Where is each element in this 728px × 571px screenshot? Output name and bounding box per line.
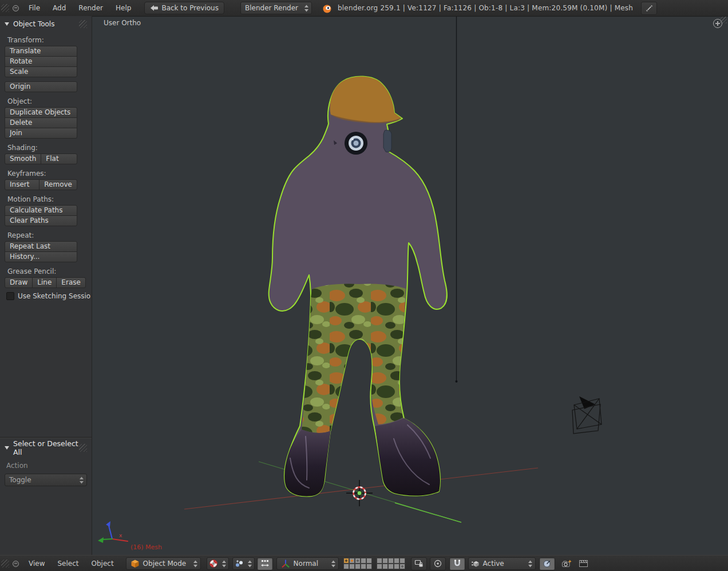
viewport-shading-select[interactable]	[207, 557, 229, 570]
rotate-button[interactable]: Rotate	[5, 56, 77, 67]
render-preview-button[interactable]	[539, 557, 555, 570]
stepper-icon	[193, 560, 198, 568]
menu-file[interactable]: File	[22, 4, 46, 12]
transform-orientation-select[interactable]: Normal	[276, 557, 339, 570]
fullscreen-button[interactable]	[641, 2, 657, 15]
snap-target-select[interactable]: Active	[468, 557, 536, 570]
snap-target-cube-icon	[471, 560, 480, 568]
panel-grip-icon[interactable]	[79, 20, 87, 28]
lock-to-scene-button[interactable]	[411, 557, 427, 570]
clapperboard-icon	[579, 559, 589, 568]
camera-photo-icon	[561, 559, 572, 568]
lamp-line[interactable]	[456, 16, 458, 383]
menu-render[interactable]: Render	[72, 4, 109, 12]
remove-keyframe-button[interactable]: Remove	[39, 179, 77, 190]
object-tools-panel-header[interactable]: Object Tools	[0, 16, 92, 31]
view-name-label: User Ortho	[104, 19, 141, 27]
clear-paths-button[interactable]: Clear Paths	[5, 215, 77, 226]
manipulator-translate-toggle[interactable]	[257, 557, 273, 570]
mask-strap	[383, 130, 391, 152]
snap-toggle-button[interactable]	[449, 557, 465, 570]
axis-x-label: x	[119, 533, 122, 538]
magnet-icon	[453, 559, 462, 568]
duplicate-objects-button[interactable]: Duplicate Objects	[5, 107, 77, 118]
menu-help[interactable]: Help	[109, 4, 137, 12]
render-engine-select[interactable]: Blender Render	[240, 2, 312, 14]
translate-manipulator-icon	[260, 559, 270, 568]
origin-button[interactable]: Origin	[5, 81, 77, 92]
action-select[interactable]: Toggle	[5, 474, 87, 486]
orientation-axes-icon	[281, 559, 290, 568]
menu-select[interactable]: Select	[51, 560, 85, 568]
grease-erase-button[interactable]: Erase	[56, 277, 86, 288]
object-mode-cube-icon	[130, 559, 140, 568]
menu-object[interactable]: Object	[85, 560, 120, 568]
viewport-header: View Select Object Object Mode	[0, 555, 728, 571]
calculate-paths-button[interactable]: Calculate Paths	[5, 205, 77, 216]
panel-collapse-icon[interactable]	[5, 446, 9, 450]
menu-view[interactable]: View	[22, 560, 51, 568]
stepper-icon	[304, 4, 309, 13]
stats-text: blender.org 259.1 | Ve:1127 | Fa:1126 | …	[338, 4, 633, 12]
camera-object[interactable]	[572, 396, 602, 434]
grease-draw-button[interactable]: Draw	[5, 277, 33, 288]
panel-divider	[0, 437, 92, 438]
translate-button[interactable]: Translate	[5, 46, 77, 57]
layer-grid-1[interactable]	[343, 558, 372, 569]
insert-keyframe-button[interactable]: Insert	[5, 179, 39, 190]
blender-window: { "top_bar": { "menus": ["File", "Add", …	[0, 0, 728, 571]
join-button[interactable]: Join	[5, 128, 77, 139]
info-header: File Add Render Help Back to Previous Bl…	[0, 0, 728, 17]
cap	[330, 76, 401, 122]
opengl-render-animation-button[interactable]	[576, 557, 592, 570]
soldier-model[interactable]	[269, 76, 447, 496]
transform-label: Transform:	[7, 36, 92, 44]
scale-button[interactable]: Scale	[5, 66, 77, 77]
menu-add[interactable]: Add	[46, 4, 72, 12]
grease-pencil-label: Grease Pencil:	[7, 267, 92, 275]
back-arrow-icon	[150, 5, 159, 11]
repeat-label: Repeat:	[7, 231, 92, 239]
shading-label: Shading:	[7, 144, 92, 152]
collapse-menus-icon[interactable]	[13, 5, 19, 11]
tool-shelf: Object Tools Transform: Translate Rotate…	[0, 16, 92, 555]
panel-collapse-icon[interactable]	[5, 22, 9, 26]
operator-panel-header[interactable]: Select or Deselect All	[0, 440, 92, 455]
back-to-previous-button[interactable]: Back to Previous	[144, 2, 224, 14]
area-corner-grip-icon[interactable]	[720, 17, 727, 23]
stepper-icon	[331, 560, 336, 568]
pivot-point-select[interactable]	[232, 557, 255, 570]
stepper-icon	[247, 560, 252, 568]
shading-sphere-icon	[209, 559, 218, 568]
action-label: Action	[6, 462, 92, 470]
render-sphere-icon	[543, 559, 552, 568]
motion-paths-label: Motion Paths:	[7, 195, 92, 203]
stepper-icon	[528, 560, 533, 568]
delete-button[interactable]: Delete	[5, 117, 77, 128]
repeat-last-button[interactable]: Repeat Last	[5, 241, 77, 252]
smooth-button[interactable]: Smooth	[5, 153, 41, 164]
flat-button[interactable]: Flat	[41, 153, 77, 164]
object-label: Object:	[7, 97, 92, 105]
expand-arrows-icon	[646, 5, 653, 12]
area-corner-grip-icon[interactable]	[1, 560, 9, 568]
use-sketching-session-label: Use Sketching Sessio	[18, 292, 90, 300]
panel-grip-icon[interactable]	[79, 444, 87, 452]
camo-pants	[302, 283, 406, 432]
history-button[interactable]: History...	[5, 251, 77, 262]
layer-grid-2[interactable]	[377, 558, 405, 569]
proportional-circle-icon	[433, 559, 442, 568]
collapse-menus-icon[interactable]	[13, 561, 19, 567]
mode-select[interactable]: Object Mode	[126, 557, 201, 570]
axis-gizmo	[98, 521, 128, 543]
stepper-icon	[221, 560, 227, 568]
scene-lock-icon	[414, 559, 424, 568]
grease-line-button[interactable]: Line	[32, 277, 57, 288]
use-sketching-session-checkbox[interactable]	[6, 292, 14, 300]
area-corner-grip-icon[interactable]	[1, 4, 9, 12]
mask-canister	[345, 132, 367, 155]
opengl-render-image-button[interactable]	[559, 557, 575, 570]
cursor-3d	[346, 480, 373, 506]
proportional-edit-button[interactable]	[430, 557, 446, 570]
viewport-canvas[interactable]	[92, 16, 728, 555]
